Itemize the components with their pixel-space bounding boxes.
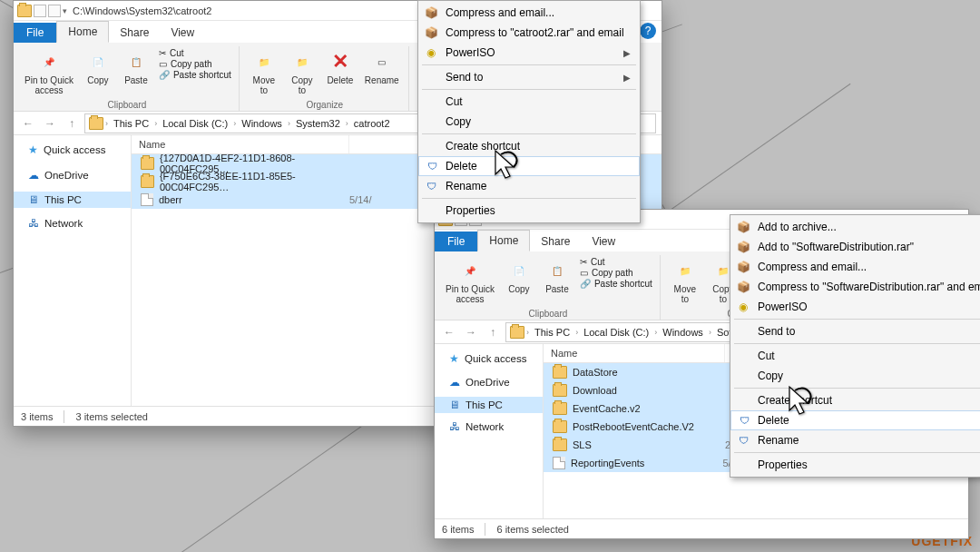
pin-button[interactable]: 📌Pin to Quick access — [23, 48, 75, 97]
moveto-button[interactable]: 📁Move to — [670, 257, 701, 306]
status-bar: 6 items 6 items selected — [435, 518, 968, 538]
menu-cut[interactable]: Cut — [730, 346, 980, 366]
paste-button[interactable]: 📋Paste — [121, 48, 152, 87]
tab-share[interactable]: Share — [109, 23, 160, 43]
menu-sendto[interactable]: Send to▶ — [418, 67, 640, 87]
window-title: C:\Windows\System32\catroot2 — [73, 5, 211, 16]
shield-icon: 🛡 — [736, 433, 750, 448]
qat-btn[interactable] — [48, 5, 61, 17]
tab-view[interactable]: View — [160, 23, 205, 43]
menu-add-to[interactable]: 📦Add to "SoftwareDistribution.rar" — [730, 237, 980, 257]
forward-button[interactable]: → — [41, 114, 59, 133]
menu-copy[interactable]: Copy — [418, 112, 640, 132]
nav-pane: ★Quick access ☁OneDrive 🖥This PC 🖧Networ… — [435, 344, 544, 518]
menu-add-archive[interactable]: 📦Add to archive... — [730, 217, 980, 237]
copypath-button[interactable]: ▭ Copy path — [580, 268, 652, 278]
file-tab[interactable]: File — [435, 232, 477, 251]
menu-create-shortcut[interactable]: Create shortcut — [730, 390, 980, 410]
menu-compress-email[interactable]: 📦Compress and email... — [418, 3, 640, 23]
up-button[interactable]: ↑ — [63, 114, 81, 133]
copy-button[interactable]: 📄Copy — [504, 257, 534, 296]
menu-rename[interactable]: 🛡Rename — [418, 176, 640, 196]
tab-home[interactable]: Home — [56, 21, 109, 43]
pin-button[interactable]: 📌Pin to Quick access — [444, 257, 496, 306]
menu-poweriso[interactable]: ◉PowerISO▶ — [730, 297, 980, 317]
folder-icon — [553, 402, 567, 415]
group-clipboard: Clipboard — [444, 309, 652, 320]
folder-icon — [553, 439, 567, 451]
group-clipboard: Clipboard — [23, 100, 231, 112]
tab-home[interactable]: Home — [477, 230, 530, 251]
file-icon — [141, 193, 153, 206]
pasteshortcut-button[interactable]: 🔗 Paste shortcut — [159, 70, 231, 80]
menu-create-shortcut[interactable]: Create shortcut — [418, 136, 640, 156]
qat-btn[interactable] — [34, 5, 46, 17]
status-selected: 6 items selected — [496, 524, 568, 535]
sidebar-item-onedrive[interactable]: ☁OneDrive — [435, 373, 543, 391]
menu-compress-to[interactable]: 📦Compress to "SoftwareDistribution.rar" … — [730, 277, 980, 297]
back-button[interactable]: ← — [440, 323, 458, 341]
rename-button[interactable]: ▭Rename — [363, 48, 401, 87]
file-tab[interactable]: File — [14, 23, 56, 43]
copyto-button[interactable]: 📁Copy to — [287, 48, 318, 97]
copy-button[interactable]: 📄Copy — [83, 48, 113, 87]
menu-compress-email[interactable]: 📦Compress and email... — [730, 257, 980, 277]
cut-button[interactable]: ✂ Cut — [159, 48, 231, 58]
shield-icon: 🛡 — [737, 413, 751, 428]
moveto-button[interactable]: 📁Move to — [249, 48, 279, 97]
sidebar-item-network[interactable]: 🖧Network — [14, 215, 131, 232]
status-selected: 3 items selected — [75, 411, 147, 422]
menu-poweriso[interactable]: ◉PowerISO▶ — [418, 43, 640, 63]
sidebar-item-thispc[interactable]: 🖥This PC — [435, 397, 543, 413]
sidebar-item-quickaccess[interactable]: ★Quick access — [435, 350, 543, 368]
menu-sendto[interactable]: Send to▶ — [730, 321, 980, 341]
menu-cut[interactable]: Cut — [418, 92, 640, 112]
menu-copy[interactable]: Copy — [730, 366, 980, 386]
shield-icon: 🛡 — [425, 159, 439, 173]
sidebar-item-thispc[interactable]: 🖥This PC — [14, 192, 131, 208]
menu-properties[interactable]: Properties — [418, 201, 640, 221]
tab-view[interactable]: View — [581, 232, 626, 251]
sidebar-item-quickaccess[interactable]: ★Quick access — [14, 141, 131, 159]
tab-share[interactable]: Share — [530, 232, 581, 251]
help-icon[interactable]: ? — [640, 23, 656, 39]
paste-button[interactable]: 📋Paste — [542, 257, 573, 296]
folder-icon — [141, 175, 154, 188]
col-name[interactable]: Name — [544, 344, 725, 362]
folder-icon — [141, 157, 154, 170]
up-button[interactable]: ↑ — [484, 323, 502, 341]
menu-delete[interactable]: 🛡Delete — [418, 156, 640, 176]
menu-delete[interactable]: 🛡Delete — [730, 410, 980, 430]
menu-properties[interactable]: Properties — [730, 455, 980, 475]
status-items: 6 items — [442, 524, 474, 535]
context-menu: 📦Add to archive... 📦Add to "SoftwareDist… — [730, 214, 980, 478]
menu-compress-to[interactable]: 📦Compress to "catroot2.rar" and email — [418, 23, 640, 43]
col-name[interactable]: Name — [132, 135, 349, 153]
menu-rename[interactable]: 🛡Rename — [730, 430, 980, 450]
folder-icon — [553, 420, 567, 433]
group-organize: Organize — [249, 100, 401, 112]
copypath-button[interactable]: ▭ Copy path — [159, 59, 231, 69]
folder-icon — [17, 5, 32, 17]
back-button[interactable]: ← — [19, 114, 37, 133]
file-icon — [553, 457, 565, 469]
context-menu: 📦Compress and email... 📦Compress to "cat… — [417, 0, 641, 223]
delete-button[interactable]: ✕Delete — [325, 48, 356, 87]
shield-icon: 🛡 — [424, 179, 438, 193]
folder-icon — [89, 117, 103, 130]
cut-button[interactable]: ✂ Cut — [580, 257, 652, 267]
status-items: 3 items — [21, 411, 53, 422]
pasteshortcut-button[interactable]: 🔗 Paste shortcut — [580, 279, 652, 289]
folder-icon — [510, 326, 524, 339]
sidebar-item-onedrive[interactable]: ☁OneDrive — [14, 166, 131, 184]
sidebar-item-network[interactable]: 🖧Network — [435, 419, 543, 435]
nav-pane: ★Quick access ☁OneDrive 🖥This PC 🖧Networ… — [14, 135, 132, 406]
forward-button[interactable]: → — [462, 323, 480, 341]
folder-icon — [553, 384, 567, 397]
folder-icon — [553, 366, 567, 379]
